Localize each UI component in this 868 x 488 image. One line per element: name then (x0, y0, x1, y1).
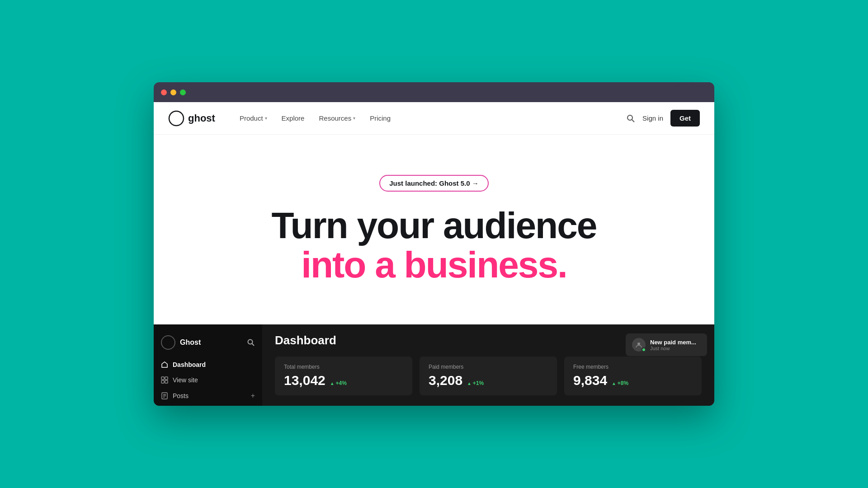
website-content: ghost Product ▾ Explore Resources ▾ Pric… (154, 102, 714, 406)
get-started-button[interactable]: Get (670, 110, 700, 127)
browser-window: ghost Product ▾ Explore Resources ▾ Pric… (154, 82, 714, 406)
stat-change-paid: +1% (467, 380, 484, 386)
nav-link-pricing[interactable]: Pricing (363, 111, 397, 126)
sidebar-brand-name: Ghost (180, 338, 201, 347)
admin-sidebar: Ghost Dashboard (154, 324, 262, 406)
dashboard-main: Dashboard Total members 13,042 +4% Paid … (262, 324, 714, 406)
stat-card-paid-members: Paid members 3,208 +1% (420, 357, 557, 395)
sidebar-item-posts[interactable]: Posts + (154, 388, 262, 404)
notification-title: New paid mem... (650, 339, 696, 346)
sign-in-link[interactable]: Sign in (642, 114, 663, 122)
hero-section: Just launched: Ghost 5.0 → Turn your aud… (154, 135, 714, 324)
browser-chrome (154, 82, 714, 102)
notification-avatar (632, 338, 646, 352)
sidebar-viewsite-label: View site (173, 376, 198, 384)
search-icon[interactable] (626, 114, 635, 123)
stat-value-paid: 3,208 (429, 373, 462, 388)
svg-rect-5 (161, 377, 164, 380)
admin-panel: Ghost Dashboard (154, 324, 714, 406)
document-icon (161, 392, 168, 399)
svg-point-13 (637, 343, 640, 345)
nav-logo[interactable]: ghost (168, 110, 215, 127)
stat-label-paid: Paid members (429, 364, 548, 370)
chevron-down-icon: ▾ (265, 116, 267, 121)
stat-value-total: 13,042 (284, 373, 326, 388)
stat-value-free: 9,834 (573, 373, 607, 388)
sidebar-brand: Ghost (161, 335, 201, 350)
stat-label-total: Total members (284, 364, 403, 370)
sidebar-search-icon[interactable] (247, 338, 255, 347)
hero-title-line2: into a business. (301, 245, 567, 284)
user-icon (635, 341, 642, 348)
svg-rect-7 (161, 380, 164, 383)
nav-right: Sign in Get (626, 110, 700, 127)
traffic-light-close[interactable] (161, 89, 167, 95)
hero-title-line1: Turn your audience (272, 206, 597, 245)
stat-label-free: Free members (573, 364, 693, 370)
notification-dot (642, 347, 646, 352)
svg-point-0 (169, 111, 184, 126)
ghost-logo-icon (168, 110, 184, 127)
sidebar-item-dashboard[interactable]: Dashboard (154, 357, 262, 372)
chevron-down-icon: ▾ (353, 116, 355, 121)
sidebar-posts-label: Posts (173, 392, 189, 399)
sidebar-header: Ghost (154, 332, 262, 357)
svg-line-4 (252, 343, 254, 346)
stats-row: Total members 13,042 +4% Paid members 3,… (275, 357, 702, 395)
notification-popup: New paid mem... Just now (626, 333, 707, 356)
svg-line-2 (632, 120, 634, 122)
svg-point-1 (627, 115, 632, 120)
grid-icon (161, 376, 168, 384)
traffic-light-fullscreen[interactable] (180, 89, 186, 95)
sidebar-item-viewsite[interactable]: View site (154, 372, 262, 388)
stat-card-free-members: Free members 9,834 +8% (564, 357, 702, 395)
nav-links: Product ▾ Explore Resources ▾ Pricing (233, 111, 626, 126)
navigation: ghost Product ▾ Explore Resources ▾ Pric… (154, 102, 714, 135)
sidebar-logo-icon (161, 335, 175, 350)
sidebar-dashboard-label: Dashboard (173, 361, 206, 368)
notification-subtitle: Just now (650, 346, 696, 351)
stat-change-total: +4% (330, 380, 347, 386)
nav-link-explore[interactable]: Explore (275, 111, 311, 126)
svg-rect-8 (165, 380, 168, 383)
house-icon (161, 361, 168, 368)
svg-rect-6 (165, 377, 168, 380)
sidebar-posts-add-icon[interactable]: + (251, 392, 255, 400)
nav-link-product[interactable]: Product ▾ (233, 111, 274, 126)
traffic-light-minimize[interactable] (170, 89, 176, 95)
stat-change-free: +8% (612, 380, 628, 386)
stat-card-total-members: Total members 13,042 +4% (275, 357, 412, 395)
nav-logo-text: ghost (188, 113, 215, 124)
hero-badge[interactable]: Just launched: Ghost 5.0 → (379, 175, 489, 192)
nav-link-resources[interactable]: Resources ▾ (312, 111, 362, 126)
